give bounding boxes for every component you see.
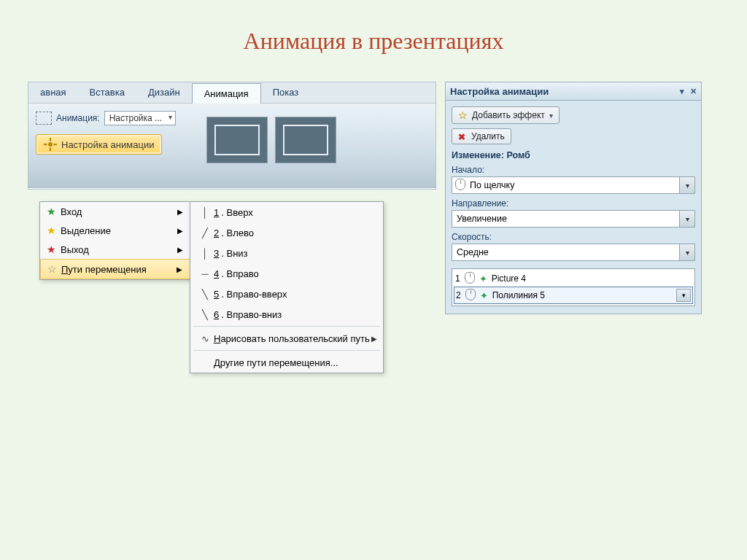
pane-title-bar: Настройка анимации ▾ ✕ (446, 82, 701, 101)
pane-title: Настройка анимации (450, 86, 549, 97)
svg-point-0 (48, 142, 53, 147)
mouse-icon (465, 289, 476, 303)
animation-label: Анимация: (56, 113, 100, 123)
tab-design[interactable]: Дизайн (136, 82, 192, 103)
menu-item-label: Вход (59, 206, 173, 217)
animation-dropdown[interactable]: Настройка ... (104, 111, 176, 125)
close-icon[interactable]: ✕ (690, 87, 697, 96)
path-up[interactable]: │ 1. Вверх (190, 202, 383, 222)
menu-entrance[interactable]: ★ Вход ▶ (40, 202, 190, 221)
animation-list: 1 ✦ Picture 4 2 ✦ Полилиния 5 ▾ (452, 268, 695, 306)
submenu-arrow-icon: ▶ (172, 265, 187, 273)
tab-home[interactable]: авная (28, 82, 78, 103)
transition-thumbnails (206, 117, 336, 163)
menu-num: 5 (214, 289, 221, 300)
motion-path-submenu: │ 1. Вверх ╱ 2. Влево │ 3. Вниз ─ 4. Впр… (190, 201, 384, 373)
path-left[interactable]: ╱ 2. Влево (190, 222, 383, 243)
start-combo[interactable]: По щелчку ▾ (452, 176, 695, 194)
chevron-down-icon[interactable]: ▾ (679, 244, 694, 260)
submenu-arrow-icon: ▶ (173, 227, 187, 235)
start-value: По щелчку (465, 180, 679, 190)
ribbon-body: Анимация: Настройка ... Настройка анимац… (28, 104, 436, 188)
path-icon: ─ (196, 268, 214, 279)
list-item[interactable]: 1 ✦ Picture 4 (454, 271, 693, 287)
menu-label: Вправо-вниз (226, 309, 282, 320)
add-effect-label: Добавить эффект (472, 110, 545, 120)
item-name: Полилиния 5 (492, 290, 545, 300)
menu-item-label: Выход (59, 244, 173, 255)
remove-label: Удалить (471, 131, 505, 141)
pane-menu-icon[interactable]: ▾ (680, 87, 684, 96)
menu-label: Нарисовать пользовательский путь (214, 333, 370, 344)
order-number: 1 (455, 273, 460, 284)
direction-combo[interactable]: Увеличение ▾ (452, 210, 695, 228)
path-icon: ╲ (196, 289, 214, 300)
path-down[interactable]: │ 3. Вниз (190, 243, 383, 263)
path-icon: ╱ (196, 228, 214, 238)
animation-settings-button[interactable]: Настройка анимации (36, 134, 162, 155)
path-icon: ╲ (196, 309, 214, 320)
menu-label: Вправо-вверх (226, 289, 287, 300)
menu-item-label: Пути перемещения (60, 264, 172, 275)
animation-pane: Настройка анимации ▾ ✕ ☆ Добавить эффект… (445, 82, 702, 314)
path-custom[interactable]: ∿ Нарисовать пользовательский путь ▶ (190, 328, 383, 349)
animation-preview-icon (36, 112, 52, 125)
tab-slideshow[interactable]: Показ (261, 82, 311, 103)
speed-label: Скорость: (452, 232, 695, 242)
path-right[interactable]: ─ 4. Вправо (190, 263, 383, 284)
path-icon: │ (196, 248, 214, 259)
slide-title: Анимация в презентациях (0, 28, 747, 55)
ribbon: авная Вставка Дизайн Анимация Показ Аним… (28, 82, 436, 190)
mouse-icon (465, 272, 475, 286)
item-name: Picture 4 (492, 273, 526, 284)
menu-num: 3 (214, 248, 221, 259)
start-label: Начало: (452, 165, 695, 175)
transition-thumb[interactable] (275, 117, 336, 163)
menu-emphasis[interactable]: ★ Выделение ▶ (40, 221, 190, 240)
menu-label: Вверх (226, 207, 252, 218)
item-dropdown[interactable]: ▾ (676, 289, 691, 302)
path-icon: ∿ (196, 333, 214, 344)
tab-insert[interactable]: Вставка (78, 82, 136, 103)
remove-button[interactable]: ✖ Удалить (452, 128, 511, 144)
path-down-right[interactable]: ╲ 6. Вправо-вниз (190, 304, 383, 324)
menu-label: Вправо (226, 268, 258, 279)
path-more[interactable]: Другие пути перемещения... (190, 352, 383, 373)
separator (193, 350, 380, 351)
chevron-down-icon[interactable]: ▾ (679, 211, 694, 227)
submenu-arrow-icon: ▶ (173, 208, 187, 216)
add-effect-button[interactable]: ☆ Добавить эффект (452, 106, 560, 124)
submenu-arrow-icon: ▶ (371, 335, 377, 343)
effect-category-menu: ★ Вход ▶ ★ Выделение ▶ ★ Выход ▶ ☆ Пути … (39, 201, 191, 280)
chevron-down-icon (549, 110, 553, 120)
change-label: Изменение: Ромб (452, 150, 695, 160)
menu-num: 1 (214, 207, 221, 218)
ribbon-tabs: авная Вставка Дизайн Анимация Показ (28, 82, 436, 104)
list-item[interactable]: 2 ✦ Полилиния 5 ▾ (454, 287, 693, 304)
animation-settings-label: Настройка анимации (61, 139, 154, 150)
menu-motion-paths[interactable]: ☆ Пути перемещения ▶ (40, 259, 190, 279)
menu-label: Вниз (226, 248, 247, 259)
separator (193, 326, 380, 327)
gear-icon (44, 138, 57, 151)
direction-label: Направление: (452, 198, 695, 209)
tab-animation[interactable]: Анимация (192, 83, 261, 104)
star-icon: ✦ (480, 290, 488, 301)
star-icon: ☆ (458, 109, 468, 121)
menu-exit[interactable]: ★ Выход ▶ (40, 240, 190, 259)
star-icon: ★ (43, 225, 59, 236)
transition-thumb[interactable] (206, 117, 268, 163)
path-up-right[interactable]: ╲ 5. Вправо-вверх (190, 284, 383, 304)
mouse-icon (452, 179, 465, 192)
menu-num: 4 (214, 268, 221, 279)
star-icon: ★ (43, 244, 59, 255)
speed-combo[interactable]: Средне ▾ (452, 244, 695, 261)
menu-label: Влево (226, 228, 253, 238)
speed-value: Средне (452, 247, 679, 257)
delete-icon: ✖ (458, 132, 467, 141)
menu-label: Другие пути перемещения... (214, 357, 338, 368)
star-icon: ★ (43, 206, 59, 217)
star-icon: ✦ (479, 273, 487, 284)
chevron-down-icon[interactable]: ▾ (679, 177, 694, 193)
direction-value: Увеличение (452, 214, 679, 224)
